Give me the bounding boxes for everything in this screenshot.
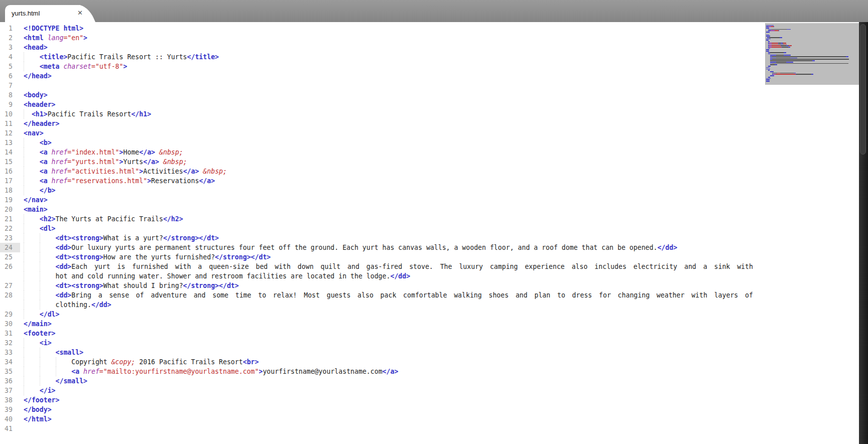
code-token-txt: Pacific Trails Resort :: Yurts bbox=[67, 53, 187, 61]
minimap-segment bbox=[770, 64, 775, 65]
code-line[interactable]: 11</header> bbox=[0, 119, 859, 128]
code-line[interactable]: 8<body> bbox=[0, 90, 859, 100]
code-line[interactable]: 24<dd>Our luxury yurts are permanent str… bbox=[0, 243, 859, 252]
line-number: 38 bbox=[0, 395, 20, 405]
line-number: 25 bbox=[0, 252, 20, 262]
code-line[interactable]: 16<a href="activities.html">Activities</… bbox=[0, 167, 859, 176]
code-token-tag: <dt><strong> bbox=[56, 234, 103, 242]
code-line[interactable]: 18</b> bbox=[0, 186, 859, 195]
code-token-tag: <a bbox=[40, 177, 48, 185]
line-number: 36 bbox=[0, 376, 20, 386]
minimap-segment bbox=[770, 71, 774, 72]
minimap-segment bbox=[772, 47, 782, 48]
minimap-segment bbox=[788, 47, 790, 48]
code-line[interactable]: 33<small> bbox=[0, 348, 859, 357]
indent-guide bbox=[24, 186, 24, 195]
code-token-txt: What should I bring? bbox=[103, 282, 183, 289]
code-line[interactable]: 14<a href="index.html">Home</a> &nbsp; bbox=[0, 147, 859, 157]
code-line[interactable]: 1<!DOCTYPE html> bbox=[0, 24, 859, 33]
indent-guide bbox=[40, 262, 40, 271]
code-line[interactable]: 36</small> bbox=[0, 376, 859, 386]
document-map[interactable] bbox=[765, 23, 859, 85]
line-number: 14 bbox=[0, 147, 20, 157]
file-tab[interactable]: yurts.html ✕ bbox=[5, 5, 80, 22]
code-token-tag: </i> bbox=[40, 387, 56, 394]
code-line[interactable]: 4<title>Pacific Trails Resort :: Yurts</… bbox=[0, 52, 859, 62]
editor-window: yurts.html ✕ 1<!DOCTYPE html>2<html lang… bbox=[0, 0, 868, 444]
code-line[interactable]: 37</i> bbox=[0, 386, 859, 395]
minimap-viewport bbox=[766, 25, 858, 83]
indent-guide bbox=[40, 290, 40, 300]
code-line[interactable]: 22<dl> bbox=[0, 224, 859, 233]
code-line[interactable]: 39</body> bbox=[0, 405, 859, 414]
code-line[interactable]: clothing.</dd> bbox=[0, 300, 859, 310]
minimap-segment bbox=[784, 52, 786, 53]
code-area[interactable]: 1<!DOCTYPE html>2<html lang="en">3<head>… bbox=[0, 22, 859, 433]
code-token-tag: </header> bbox=[24, 120, 59, 127]
line-number: 39 bbox=[0, 405, 20, 414]
minimap-segment bbox=[768, 66, 771, 67]
code-line[interactable]: 38</footer> bbox=[0, 395, 859, 405]
code-token-tag: <!DOCTYPE html> bbox=[24, 25, 83, 32]
scrollbar-thumb[interactable] bbox=[860, 24, 866, 155]
code-token-txt: hot and cold running water. Shower and r… bbox=[56, 272, 391, 280]
minimap-segment bbox=[768, 29, 772, 30]
code-line[interactable]: 35<a href="mailto:yourfirstname@yourlast… bbox=[0, 367, 859, 376]
code-token-tag: <main> bbox=[24, 206, 48, 213]
code-line[interactable]: 17<a href="reservations.html">Reservatio… bbox=[0, 176, 859, 186]
code-line[interactable]: 26<dd>Each yurt is furnished with a quee… bbox=[0, 262, 859, 271]
minimap-segment bbox=[766, 36, 770, 37]
code-token-txt: yourfirstname@yourlastname.com bbox=[263, 368, 382, 375]
code-token-tag: <small> bbox=[56, 349, 84, 356]
code-line[interactable]: 2<html lang="en"> bbox=[0, 33, 859, 43]
code-line[interactable]: 32<i> bbox=[0, 338, 859, 348]
code-token-tag: <body> bbox=[24, 91, 48, 99]
tab-close-icon[interactable]: ✕ bbox=[77, 9, 83, 17]
code-line[interactable]: 10<h1>Pacific Trails Resort</h1> bbox=[0, 109, 859, 119]
code-token-tag: </nav> bbox=[24, 196, 48, 204]
code-token-tag: > bbox=[119, 158, 123, 166]
code-token-tag: <h1> bbox=[32, 110, 48, 118]
scrollbar-track[interactable] bbox=[859, 22, 868, 444]
minimap-segment bbox=[780, 73, 794, 74]
code-line[interactable]: 29</dl> bbox=[0, 310, 859, 319]
code-line[interactable]: 15<a href="yurts.html">Yurts</a> &nbsp; bbox=[0, 157, 859, 167]
code-line[interactable]: 21<h2>The Yurts at Pacific Trails</h2> bbox=[0, 214, 859, 224]
code-line[interactable]: 6</head> bbox=[0, 71, 859, 81]
code-line[interactable]: hot and cold running water. Shower and r… bbox=[0, 271, 859, 281]
code-line[interactable]: 3<head> bbox=[0, 43, 859, 52]
code-line[interactable]: 20<main> bbox=[0, 205, 859, 214]
code-token-tag: </html> bbox=[24, 415, 52, 423]
code-token-tag: </title> bbox=[187, 53, 219, 61]
code-line[interactable]: 31<footer> bbox=[0, 329, 859, 338]
indent-guide bbox=[24, 357, 24, 367]
line-number: 37 bbox=[0, 386, 20, 395]
indent-guide bbox=[24, 176, 24, 186]
code-line[interactable]: 7 bbox=[0, 81, 859, 90]
minimap-segment bbox=[776, 74, 796, 75]
code-token-tag: <a bbox=[40, 158, 48, 166]
minimap-segment bbox=[766, 51, 769, 52]
code-line[interactable]: 27<dt><strong>What should I bring?</stro… bbox=[0, 281, 859, 290]
code-line[interactable]: 13<b> bbox=[0, 138, 859, 147]
code-line[interactable]: 30</main> bbox=[0, 319, 859, 329]
code-line[interactable]: 40</html> bbox=[0, 414, 859, 424]
code-line[interactable]: 12<nav> bbox=[0, 128, 859, 138]
code-line[interactable]: 23<dt><strong>What is a yurt?</strong></… bbox=[0, 233, 859, 243]
code-line[interactable]: 5<meta charset="utf-8"> bbox=[0, 62, 859, 71]
code-token-tag: > bbox=[123, 63, 128, 70]
code-line[interactable]: 25<dt><strong>How are the yurts furnishe… bbox=[0, 252, 859, 262]
code-line[interactable]: 9<header> bbox=[0, 100, 859, 109]
code-token-txt: Home bbox=[123, 149, 140, 156]
code-line[interactable]: 41 bbox=[0, 424, 859, 433]
indent-guide bbox=[40, 300, 40, 310]
minimap-segment bbox=[766, 49, 769, 50]
indent-guide bbox=[40, 348, 40, 357]
code-token-tag: </strong></dt> bbox=[163, 234, 219, 242]
indent-guide bbox=[24, 138, 24, 147]
code-line[interactable]: 34Copyright &copy; 2016 Pacific Trails R… bbox=[0, 357, 859, 367]
line-number: 6 bbox=[0, 71, 20, 81]
code-line[interactable]: 19</nav> bbox=[0, 195, 859, 205]
code-line[interactable]: 28<dd>Bring a sense of adventure and som… bbox=[0, 290, 859, 300]
minimap-segment bbox=[774, 26, 774, 27]
